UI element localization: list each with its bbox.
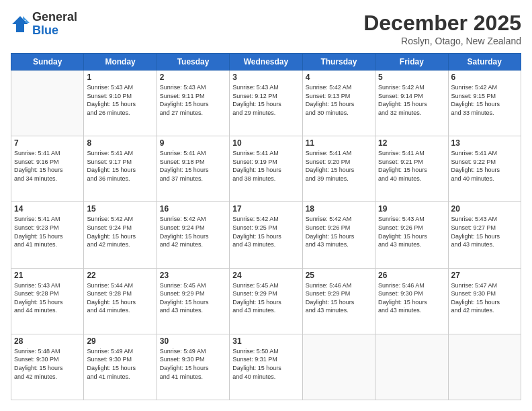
day-number: 27 bbox=[451, 271, 518, 280]
table-row: 19Sunrise: 5:43 AM Sunset: 9:26 PM Dayli… bbox=[375, 202, 448, 268]
day-info: Sunrise: 5:43 AM Sunset: 9:11 PM Dayligh… bbox=[160, 83, 226, 117]
table-row: 10Sunrise: 5:41 AM Sunset: 9:19 PM Dayli… bbox=[230, 136, 302, 202]
col-sunday: Sunday bbox=[11, 54, 84, 71]
day-info: Sunrise: 5:47 AM Sunset: 9:30 PM Dayligh… bbox=[451, 281, 518, 315]
day-number: 3 bbox=[232, 73, 299, 82]
table-row: 26Sunrise: 5:46 AM Sunset: 9:30 PM Dayli… bbox=[375, 268, 448, 334]
day-info: Sunrise: 5:41 AM Sunset: 9:21 PM Dayligh… bbox=[378, 149, 445, 183]
logo: General Blue bbox=[11, 11, 77, 38]
table-row: 12Sunrise: 5:41 AM Sunset: 9:21 PM Dayli… bbox=[375, 136, 448, 202]
table-row bbox=[375, 334, 448, 400]
day-info: Sunrise: 5:43 AM Sunset: 9:28 PM Dayligh… bbox=[14, 281, 81, 315]
col-friday: Friday bbox=[375, 54, 448, 71]
table-row bbox=[11, 71, 84, 136]
day-info: Sunrise: 5:43 AM Sunset: 9:10 PM Dayligh… bbox=[87, 83, 153, 117]
col-thursday: Thursday bbox=[302, 54, 375, 71]
day-number: 22 bbox=[87, 271, 153, 280]
svg-marker-0 bbox=[12, 16, 28, 32]
day-info: Sunrise: 5:42 AM Sunset: 9:26 PM Dayligh… bbox=[306, 215, 372, 248]
logo-icon bbox=[11, 15, 30, 34]
day-number: 8 bbox=[87, 138, 153, 148]
col-tuesday: Tuesday bbox=[157, 54, 229, 71]
table-row: 24Sunrise: 5:45 AM Sunset: 9:29 PM Dayli… bbox=[230, 268, 302, 334]
day-number: 29 bbox=[87, 336, 153, 346]
calendar-header-row: Sunday Monday Tuesday Wednesday Thursday… bbox=[11, 54, 521, 71]
table-row: 11Sunrise: 5:41 AM Sunset: 9:20 PM Dayli… bbox=[302, 136, 375, 202]
day-number: 25 bbox=[306, 271, 372, 280]
day-number: 23 bbox=[160, 271, 226, 280]
day-info: Sunrise: 5:41 AM Sunset: 9:22 PM Dayligh… bbox=[451, 149, 518, 183]
table-row: 20Sunrise: 5:43 AM Sunset: 9:27 PM Dayli… bbox=[448, 202, 521, 268]
table-row: 14Sunrise: 5:41 AM Sunset: 9:23 PM Dayli… bbox=[11, 202, 84, 268]
day-info: Sunrise: 5:44 AM Sunset: 9:28 PM Dayligh… bbox=[87, 281, 153, 315]
calendar-week-row: 21Sunrise: 5:43 AM Sunset: 9:28 PM Dayli… bbox=[11, 268, 521, 334]
day-number: 13 bbox=[451, 138, 518, 148]
day-info: Sunrise: 5:41 AM Sunset: 9:19 PM Dayligh… bbox=[232, 149, 299, 183]
day-number: 15 bbox=[87, 204, 153, 214]
day-number: 16 bbox=[160, 204, 226, 214]
table-row: 22Sunrise: 5:44 AM Sunset: 9:28 PM Dayli… bbox=[84, 268, 157, 334]
day-number: 17 bbox=[232, 204, 299, 214]
table-row: 16Sunrise: 5:42 AM Sunset: 9:24 PM Dayli… bbox=[157, 202, 229, 268]
day-info: Sunrise: 5:48 AM Sunset: 9:30 PM Dayligh… bbox=[14, 347, 81, 381]
day-info: Sunrise: 5:42 AM Sunset: 9:14 PM Dayligh… bbox=[378, 83, 445, 117]
day-info: Sunrise: 5:45 AM Sunset: 9:29 PM Dayligh… bbox=[232, 281, 299, 315]
logo-general: General bbox=[32, 11, 77, 24]
day-info: Sunrise: 5:43 AM Sunset: 9:12 PM Dayligh… bbox=[232, 83, 299, 117]
calendar-week-row: 28Sunrise: 5:48 AM Sunset: 9:30 PM Dayli… bbox=[11, 334, 521, 400]
table-row: 8Sunrise: 5:41 AM Sunset: 9:17 PM Daylig… bbox=[84, 136, 157, 202]
header: General Blue December 2025 Roslyn, Otago… bbox=[11, 11, 521, 46]
table-row: 23Sunrise: 5:45 AM Sunset: 9:29 PM Dayli… bbox=[157, 268, 229, 334]
day-number: 10 bbox=[232, 138, 299, 148]
day-info: Sunrise: 5:41 AM Sunset: 9:23 PM Dayligh… bbox=[14, 215, 81, 248]
table-row: 3Sunrise: 5:43 AM Sunset: 9:12 PM Daylig… bbox=[230, 71, 302, 136]
calendar-week-row: 7Sunrise: 5:41 AM Sunset: 9:16 PM Daylig… bbox=[11, 136, 521, 202]
table-row: 4Sunrise: 5:42 AM Sunset: 9:13 PM Daylig… bbox=[302, 71, 375, 136]
day-info: Sunrise: 5:41 AM Sunset: 9:16 PM Dayligh… bbox=[14, 149, 81, 183]
day-number: 7 bbox=[14, 138, 81, 148]
day-info: Sunrise: 5:49 AM Sunset: 9:30 PM Dayligh… bbox=[160, 347, 226, 381]
day-info: Sunrise: 5:41 AM Sunset: 9:17 PM Dayligh… bbox=[87, 149, 153, 183]
logo-blue: Blue bbox=[32, 24, 77, 38]
table-row: 27Sunrise: 5:47 AM Sunset: 9:30 PM Dayli… bbox=[448, 268, 521, 334]
table-row: 29Sunrise: 5:49 AM Sunset: 9:30 PM Dayli… bbox=[84, 334, 157, 400]
table-row: 15Sunrise: 5:42 AM Sunset: 9:24 PM Dayli… bbox=[84, 202, 157, 268]
col-monday: Monday bbox=[84, 54, 157, 71]
day-info: Sunrise: 5:42 AM Sunset: 9:24 PM Dayligh… bbox=[87, 215, 153, 248]
page: General Blue December 2025 Roslyn, Otago… bbox=[0, 0, 532, 411]
table-row: 18Sunrise: 5:42 AM Sunset: 9:26 PM Dayli… bbox=[302, 202, 375, 268]
calendar-week-row: 1Sunrise: 5:43 AM Sunset: 9:10 PM Daylig… bbox=[11, 71, 521, 136]
day-info: Sunrise: 5:42 AM Sunset: 9:24 PM Dayligh… bbox=[160, 215, 226, 248]
title-area: December 2025 Roslyn, Otago, New Zealand bbox=[363, 11, 521, 46]
table-row: 31Sunrise: 5:50 AM Sunset: 9:31 PM Dayli… bbox=[230, 334, 302, 400]
day-number: 2 bbox=[160, 73, 226, 82]
col-saturday: Saturday bbox=[448, 54, 521, 71]
day-info: Sunrise: 5:42 AM Sunset: 9:25 PM Dayligh… bbox=[232, 215, 299, 248]
table-row: 9Sunrise: 5:41 AM Sunset: 9:18 PM Daylig… bbox=[157, 136, 229, 202]
table-row: 1Sunrise: 5:43 AM Sunset: 9:10 PM Daylig… bbox=[84, 71, 157, 136]
day-number: 19 bbox=[378, 204, 445, 214]
table-row: 28Sunrise: 5:48 AM Sunset: 9:30 PM Dayli… bbox=[11, 334, 84, 400]
table-row: 2Sunrise: 5:43 AM Sunset: 9:11 PM Daylig… bbox=[157, 71, 229, 136]
table-row: 13Sunrise: 5:41 AM Sunset: 9:22 PM Dayli… bbox=[448, 136, 521, 202]
day-number: 31 bbox=[232, 336, 299, 346]
table-row: 30Sunrise: 5:49 AM Sunset: 9:30 PM Dayli… bbox=[157, 334, 229, 400]
logo-text: General Blue bbox=[32, 11, 77, 38]
day-number: 1 bbox=[87, 73, 153, 82]
month-title: December 2025 bbox=[363, 11, 521, 36]
day-info: Sunrise: 5:43 AM Sunset: 9:26 PM Dayligh… bbox=[378, 215, 445, 248]
day-number: 28 bbox=[14, 336, 81, 346]
day-info: Sunrise: 5:41 AM Sunset: 9:20 PM Dayligh… bbox=[306, 149, 372, 183]
table-row: 7Sunrise: 5:41 AM Sunset: 9:16 PM Daylig… bbox=[11, 136, 84, 202]
table-row bbox=[302, 334, 375, 400]
day-info: Sunrise: 5:43 AM Sunset: 9:27 PM Dayligh… bbox=[451, 215, 518, 248]
day-number: 4 bbox=[306, 73, 372, 82]
table-row bbox=[448, 334, 521, 400]
day-number: 18 bbox=[306, 204, 372, 214]
day-number: 11 bbox=[306, 138, 372, 148]
calendar-week-row: 14Sunrise: 5:41 AM Sunset: 9:23 PM Dayli… bbox=[11, 202, 521, 268]
day-number: 14 bbox=[14, 204, 81, 214]
day-info: Sunrise: 5:41 AM Sunset: 9:18 PM Dayligh… bbox=[160, 149, 226, 183]
location: Roslyn, Otago, New Zealand bbox=[363, 36, 521, 46]
day-number: 20 bbox=[451, 204, 518, 214]
